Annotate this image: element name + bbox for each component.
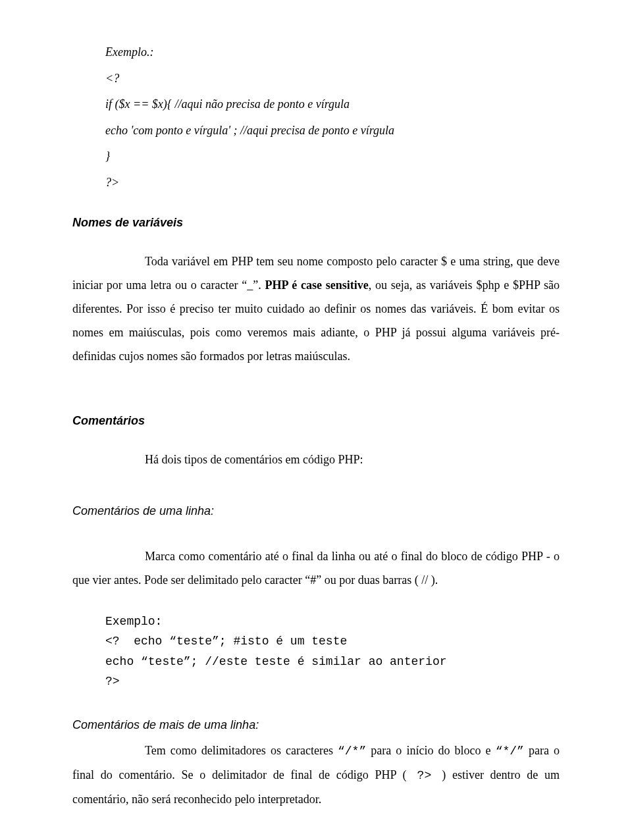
code-line: ?> xyxy=(105,170,560,196)
text-mono: “*/” xyxy=(496,745,524,758)
code-line: ?> xyxy=(105,675,120,688)
code-line: <? echo “teste”; #isto é um teste xyxy=(105,635,347,648)
code-line: <? xyxy=(105,66,560,92)
paragraph: Toda variável em PHP tem seu nome compos… xyxy=(72,249,560,368)
text-mono: ?> xyxy=(407,769,442,782)
example-block-2: Exemplo: <? echo “teste”; #isto é um tes… xyxy=(105,612,560,692)
text-run: para o início do bloco e xyxy=(366,744,495,757)
example-block-1: Exemplo.: <? if ($x == $x){ //aqui não p… xyxy=(105,39,560,196)
text-mono: “/*” xyxy=(338,745,366,758)
text-run: Tem como delimitadores os caracteres xyxy=(145,744,338,757)
section-heading-nomes-variaveis: Nomes de variáveis xyxy=(72,216,560,230)
code-line: Exemplo: xyxy=(105,615,162,628)
paragraph: Há dois tipos de comentários em código P… xyxy=(72,448,560,471)
code-line: echo 'com ponto e vírgula' ; //aqui prec… xyxy=(105,118,560,144)
section-heading-comentarios-multilinha: Comentários de mais de uma linha: xyxy=(72,718,560,732)
section-heading-comentarios-uma-linha: Comentários de uma linha: xyxy=(72,504,560,518)
code-line: echo “teste”; //este teste é similar ao … xyxy=(105,655,446,668)
document-page: Exemplo.: <? if ($x == $x){ //aqui não p… xyxy=(0,0,632,840)
text-bold: PHP é case sensitive xyxy=(265,278,368,292)
paragraph: Tem como delimitadores os caracteres “/*… xyxy=(72,739,560,811)
code-line: if ($x == $x){ //aqui não precisa de pon… xyxy=(105,92,560,118)
code-line: } xyxy=(105,144,560,170)
code-line: Exemplo.: xyxy=(105,39,560,66)
section-heading-comentarios: Comentários xyxy=(72,414,560,428)
paragraph: Marca como comentário até o final da lin… xyxy=(72,544,560,592)
